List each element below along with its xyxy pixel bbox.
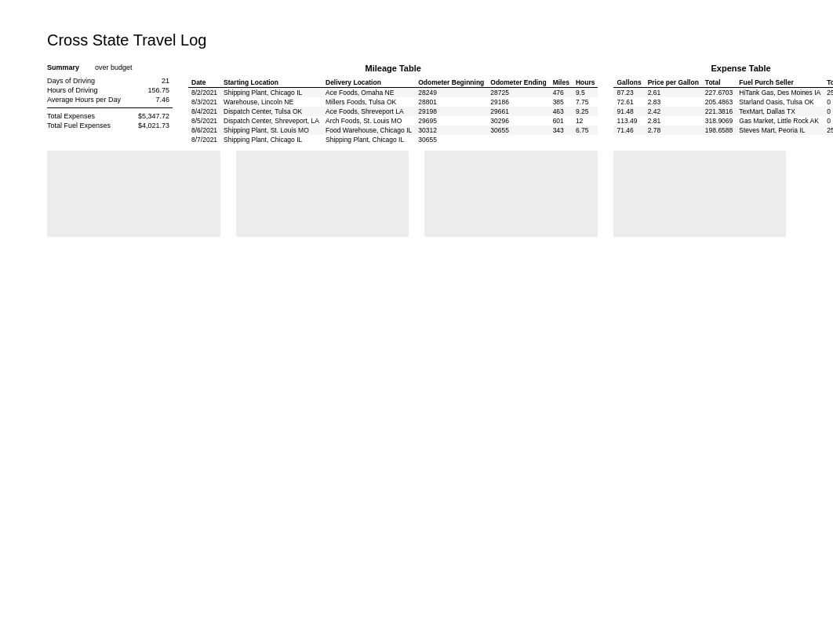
expense-cell: 198.6588 [702, 126, 736, 135]
summary-label: Hours of Driving [47, 86, 133, 95]
expense-cell: 0 [824, 107, 833, 116]
mileage-cell: 28801 [415, 97, 487, 107]
mileage-cell: 601 [550, 116, 573, 126]
mileage-cell: 28725 [487, 88, 549, 98]
expense-col-header: Total [702, 78, 736, 88]
mileage-cell [550, 135, 573, 144]
expense-cell: 221.3816 [702, 107, 736, 116]
mileage-cell: Shipping Plant, Chicago IL [220, 135, 322, 144]
chart-area [47, 151, 786, 237]
total-label: Total Fuel Expenses [47, 121, 133, 130]
expense-row: 71.462.78198.6588Steves Mart, Peoria IL2… [613, 126, 833, 135]
mileage-cell: 29695 [415, 116, 487, 126]
mileage-cell: 29661 [487, 107, 549, 116]
mileage-cell: 28249 [415, 88, 487, 98]
summary-section: Summary over budget Days of Driving21Hou… [47, 64, 173, 130]
summary-total-row: Total Expenses$5,347.72 [47, 111, 173, 121]
mileage-cell [487, 135, 549, 144]
expense-row: 87.232.61227.6703HiTank Gas, Des Moines … [613, 88, 833, 98]
expense-cell: 2.81 [645, 116, 702, 126]
mileage-cell: 12 [573, 116, 598, 126]
expense-cell: Steves Mart, Peoria IL [736, 126, 824, 135]
expense-cell: 113.49 [613, 116, 644, 126]
expense-col-header: Price per Gallon [645, 78, 702, 88]
expense-cell: TexMart, Dallas TX [736, 107, 824, 116]
expense-row: 91.482.42221.3816TexMart, Dallas TX078.2… [613, 107, 833, 116]
mileage-cell: Dispatch Center, Tulsa OK [220, 107, 322, 116]
expense-row: 113.492.81318.9069Gas Market, Little Roc… [613, 116, 833, 126]
total-value: $4,021.73 [133, 121, 173, 130]
expense-cell: 91.48 [613, 107, 644, 116]
expense-cell: 25 [824, 126, 833, 135]
mileage-row: 8/3/2021Warehouse, Lincoln NEMillers Foo… [188, 97, 598, 107]
mileage-cell: 8/2/2021 [188, 88, 220, 98]
summary-table: Days of Driving21Hours of Driving156.75A… [47, 76, 173, 104]
mileage-cell: Dispatch Center, Shreveport, LA [220, 116, 322, 126]
mileage-cell: 29198 [415, 107, 487, 116]
summary-row: Hours of Driving156.75 [47, 86, 173, 95]
mileage-cell: 8/5/2021 [188, 116, 220, 126]
expense-cell: 87.23 [613, 88, 644, 98]
summary-label: Average Hours per Day [47, 95, 133, 104]
expense-cell: 72.61 [613, 97, 644, 107]
mileage-col-header: Starting Location [220, 78, 322, 88]
total-label: Total Expenses [47, 111, 133, 121]
mileage-cell: Ace Foods, Shreveport LA [322, 107, 415, 116]
mileage-row: 8/7/2021Shipping Plant, Chicago ILShippi… [188, 135, 598, 144]
expense-col-header: Fuel Purch Seller [736, 78, 824, 88]
mileage-cell: Food Warehouse, Chicago IL [322, 126, 415, 135]
mileage-title: Mileage Table [188, 64, 598, 73]
expense-col-header: Gallons [613, 78, 644, 88]
mileage-row: 8/2/2021Shipping Plant, Chicago ILAce Fo… [188, 88, 598, 98]
expense-cell: 2.61 [645, 88, 702, 98]
chart-2 [236, 151, 409, 237]
mileage-cell: 343 [550, 126, 573, 135]
mileage-cell: 8/7/2021 [188, 135, 220, 144]
mileage-cell: 6.75 [573, 126, 598, 135]
mileage-cell: 8/3/2021 [188, 97, 220, 107]
expense-row: 72.612.83205.4863Starland Oasis, Tulsa O… [613, 97, 833, 107]
mileage-table: DateStarting LocationDelivery LocationOd… [188, 78, 598, 144]
summary-row: Average Hours per Day7.46 [47, 95, 173, 104]
expense-cell: 25 [824, 88, 833, 98]
mileage-cell: Warehouse, Lincoln NE [220, 97, 322, 107]
expense-cell: Starland Oasis, Tulsa OK [736, 97, 824, 107]
mileage-row: 8/6/2021Shipping Plant, St. Louis MOFood… [188, 126, 598, 135]
summary-value: 156.75 [133, 86, 173, 95]
expense-cell: HiTank Gas, Des Moines IA [736, 88, 824, 98]
mileage-col-header: Delivery Location [322, 78, 415, 88]
expense-cell: 0 [824, 116, 833, 126]
summary-title: Summary [47, 64, 79, 71]
summary-row: Days of Driving21 [47, 76, 173, 86]
summary-total-row: Total Fuel Expenses$4,021.73 [47, 121, 173, 130]
mileage-cell: 7.75 [573, 97, 598, 107]
summary-value: 21 [133, 76, 173, 86]
mileage-cell: 30296 [487, 116, 549, 126]
expense-cell: 205.4863 [702, 97, 736, 107]
mileage-col-header: Hours [573, 78, 598, 88]
mileage-col-header: Odometer Beginning [415, 78, 487, 88]
chart-3 [424, 151, 598, 237]
summary-totals: Total Expenses$5,347.72Total Fuel Expens… [47, 111, 173, 130]
expense-cell: 0 [824, 97, 833, 107]
mileage-cell: 29186 [487, 97, 549, 107]
mileage-cell: Ace Foods, Omaha NE [322, 88, 415, 98]
mileage-section: Mileage Table DateStarting LocationDeliv… [188, 64, 598, 144]
mileage-cell: 385 [550, 97, 573, 107]
mileage-cell: 476 [550, 88, 573, 98]
mileage-cell: Shipping Plant, Chicago IL [220, 88, 322, 98]
mileage-col-header: Odometer Ending [487, 78, 549, 88]
chart-4 [613, 151, 787, 237]
mileage-cell: 463 [550, 107, 573, 116]
mileage-cell: 8/4/2021 [188, 107, 220, 116]
expense-cell: 318.9069 [702, 116, 736, 126]
expense-cell: 2.83 [645, 97, 702, 107]
mileage-cell: Arch Foods, St. Louis MO [322, 116, 415, 126]
mileage-cell: 9.5 [573, 88, 598, 98]
mileage-cell: 30655 [487, 126, 549, 135]
page-title: Cross State Travel Log [47, 31, 786, 49]
mileage-cell: 8/6/2021 [188, 126, 220, 135]
expense-title: Expense Table [613, 64, 833, 73]
mileage-cell: 9.25 [573, 107, 598, 116]
expense-section: Expense Table GallonsPrice per GallonTot… [613, 64, 833, 135]
